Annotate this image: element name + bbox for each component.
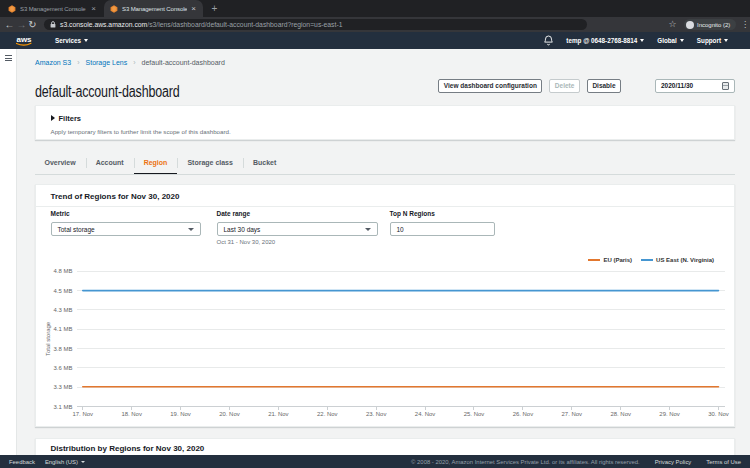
filters-panel: Filters Apply temporary filters to furth…: [35, 105, 736, 140]
svg-text:19. Nov: 19. Nov: [170, 411, 190, 417]
feedback-link[interactable]: Feedback: [9, 459, 35, 465]
incognito-badge: Incognito (2): [684, 19, 736, 30]
bookmark-star-icon[interactable]: ☆: [666, 18, 679, 31]
filters-expander[interactable]: Filters: [51, 114, 82, 123]
browser-tab-strip: S3 Management Console × S3 Management Co…: [0, 0, 750, 17]
browser-tab-inactive[interactable]: S3 Management Console ×: [0, 0, 103, 17]
svg-text:21. Nov: 21. Nov: [268, 411, 288, 417]
main-content: default-account-dashboard View dashboard…: [17, 49, 750, 456]
browser-toolbar: ← → ↻ s3.console.aws.amazon.com/s3/lens/…: [0, 17, 750, 32]
breadcrumb-amazon-s3[interactable]: Amazon S3: [35, 59, 71, 66]
notifications-bell-icon[interactable]: [544, 35, 553, 46]
page-title: default-account-dashboard: [35, 83, 180, 101]
page-actions: View dashboard configuration Delete Disa…: [438, 79, 735, 94]
svg-text:Total storage: Total storage: [44, 321, 50, 356]
tab-bucket[interactable]: Bucket: [243, 152, 286, 174]
svg-text:4.3 MB: 4.3 MB: [53, 307, 72, 313]
svg-text:3.8 MB: 3.8 MB: [53, 346, 72, 352]
lock-icon: [50, 21, 56, 28]
view-dashboard-configuration-button[interactable]: View dashboard configuration: [438, 79, 542, 94]
distribution-card-title: Distribution by Regions for Nov 30, 2020: [51, 444, 205, 453]
privacy-policy-link[interactable]: Privacy Policy: [655, 459, 692, 465]
s3-favicon-icon: [8, 5, 16, 13]
svg-text:20. Nov: 20. Nov: [219, 411, 239, 417]
region-menu[interactable]: Global: [657, 37, 684, 44]
svg-text:17. Nov: 17. Nov: [72, 411, 92, 417]
s3-favicon-icon: [110, 5, 118, 13]
reload-icon[interactable]: ↻: [28, 17, 37, 32]
trend-of-regions-card: Trend of Regions for Nov 30, 2020 Metric…: [35, 184, 736, 427]
url-path: /s3/lens/dashboard/default-account-dashb…: [147, 21, 342, 28]
address-bar[interactable]: s3.console.aws.amazon.com/s3/lens/dashbo…: [44, 19, 587, 30]
svg-text:18. Nov: 18. Nov: [121, 411, 141, 417]
svg-text:3.6 MB: 3.6 MB: [53, 365, 72, 371]
browser-tab-active[interactable]: S3 Management Console ×: [104, 0, 203, 17]
copyright-text: © 2008 - 2020, Amazon Internet Services …: [411, 459, 640, 465]
tabs-divider: [35, 174, 736, 175]
svg-text:4.8 MB: 4.8 MB: [53, 268, 72, 274]
aws-navbar: aws Services temp @ 0648-2768-8814 Globa…: [0, 32, 750, 49]
svg-text:28. Nov: 28. Nov: [610, 411, 630, 417]
incognito-icon: [686, 21, 694, 29]
disable-button[interactable]: Disable: [587, 79, 621, 94]
new-tab-button[interactable]: +: [209, 3, 220, 14]
svg-text:25. Nov: 25. Nov: [463, 411, 483, 417]
tab-title: S3 Management Console: [20, 6, 87, 12]
back-icon[interactable]: ←: [5, 17, 14, 32]
filters-title: Filters: [59, 114, 82, 123]
delete-button[interactable]: Delete: [549, 79, 580, 94]
incognito-label: Incognito (2): [697, 22, 730, 28]
tab-close-icon[interactable]: ×: [91, 5, 96, 13]
svg-text:aws: aws: [16, 35, 32, 44]
svg-text:4.1 MB: 4.1 MB: [53, 326, 72, 332]
chevron-down-icon: [640, 39, 644, 42]
hamburger-menu-icon[interactable]: [5, 55, 12, 61]
calendar-icon: [722, 82, 730, 90]
svg-text:4.5 MB: 4.5 MB: [53, 288, 72, 294]
breadcrumb-storage-lens[interactable]: Storage Lens: [86, 59, 128, 66]
url-domain: s3.console.aws.amazon.com: [60, 21, 147, 28]
breadcrumb-current: default-account-dashboard: [142, 59, 225, 66]
account-menu[interactable]: temp @ 0648-2768-8814: [566, 37, 644, 44]
chevron-down-icon: [84, 39, 88, 42]
svg-text:30. Nov: 30. Nov: [708, 411, 728, 417]
language-selector[interactable]: English (US): [45, 459, 85, 465]
expand-triangle-icon: [51, 115, 55, 121]
svg-text:23. Nov: 23. Nov: [365, 411, 385, 417]
svg-text:3.1 MB: 3.1 MB: [53, 404, 72, 410]
date-value: 2020/11/30: [661, 82, 693, 89]
svg-text:26. Nov: 26. Nov: [512, 411, 532, 417]
tab-region[interactable]: Region: [134, 152, 178, 174]
breadcrumb: Amazon S3 › Storage Lens › default-accou…: [35, 59, 225, 66]
svg-text:27. Nov: 27. Nov: [561, 411, 581, 417]
tab-storage-class[interactable]: Storage class: [177, 152, 243, 174]
tab-account[interactable]: Account: [86, 152, 134, 174]
services-menu[interactable]: Services: [55, 32, 88, 49]
console-footer: Feedback English (US) © 2008 - 2020, Ama…: [0, 455, 750, 468]
dashboard-tabs: Overview Account Region Storage class Bu…: [35, 152, 736, 176]
svg-text:29. Nov: 29. Nov: [659, 411, 679, 417]
page-header: default-account-dashboard View dashboard…: [35, 79, 736, 101]
chevron-down-icon: [724, 39, 728, 42]
tab-overview[interactable]: Overview: [35, 152, 86, 174]
date-picker[interactable]: 2020/11/30: [655, 79, 735, 94]
aws-logo[interactable]: aws: [14, 34, 34, 46]
browser-window: S3 Management Console × S3 Management Co…: [0, 0, 750, 468]
filters-description: Apply temporary filters to further limit…: [51, 128, 231, 135]
trend-line-chart: 4.8 MB4.5 MB4.3 MB4.1 MB3.8 MB3.6 MB3.3 …: [36, 185, 735, 426]
side-nav-strip: [0, 49, 17, 456]
tab-close-icon[interactable]: ×: [191, 5, 196, 13]
svg-text:3.3 MB: 3.3 MB: [53, 384, 72, 390]
support-menu[interactable]: Support: [697, 37, 728, 44]
tab-title: S3 Management Console: [122, 6, 187, 12]
browser-menu-icon[interactable]: ⋮: [741, 18, 747, 31]
svg-text:22. Nov: 22. Nov: [317, 411, 337, 417]
breadcrumb-separator: ›: [133, 59, 135, 66]
forward-icon[interactable]: →: [17, 17, 26, 32]
terms-of-use-link[interactable]: Terms of Use: [706, 459, 741, 465]
chevron-down-icon: [680, 39, 684, 42]
svg-text:24. Nov: 24. Nov: [414, 411, 434, 417]
chevron-down-icon: [81, 461, 85, 463]
distribution-by-regions-card: Distribution by Regions for Nov 30, 2020: [35, 438, 736, 455]
breadcrumb-separator: ›: [77, 59, 79, 66]
